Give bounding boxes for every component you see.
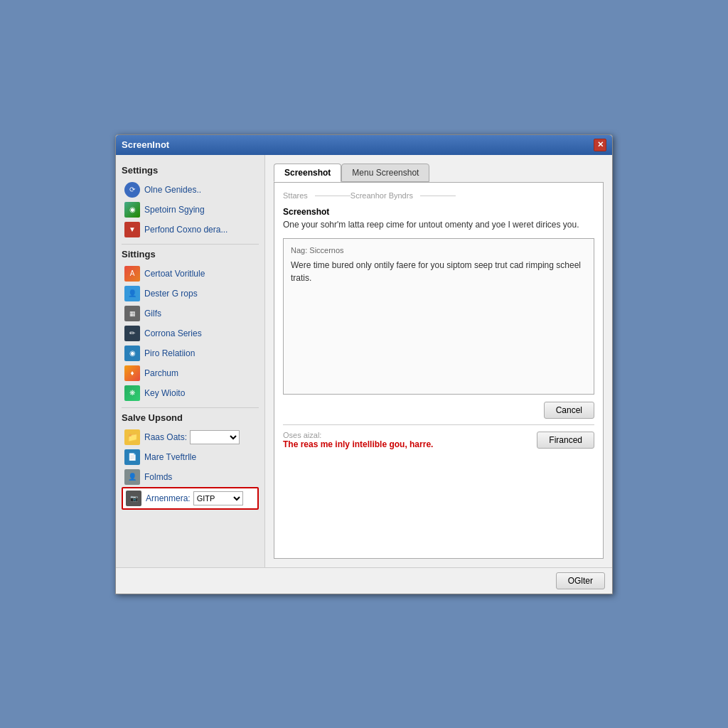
sidebar-item-spetoirn[interactable]: ◉ Spetoirn Sgying xyxy=(122,200,259,220)
divider-2 xyxy=(122,407,259,408)
sidebar-item-piro[interactable]: ◉ Piro Relatiion xyxy=(122,343,259,363)
parchum-icon: ♦ xyxy=(124,365,140,381)
tab-screenshot[interactable]: Screenshot xyxy=(274,164,341,182)
folmds-icon: 👤 xyxy=(124,469,140,485)
corrona-label: Corrona Series xyxy=(144,328,202,338)
section-label-screanhor: Screanhor Byndrs xyxy=(350,191,413,200)
raas-row: Raas Oats: xyxy=(144,430,240,444)
parchum-label: Parchum xyxy=(144,368,178,378)
firanced-button[interactable]: Firanced xyxy=(537,432,594,449)
screenshot-desc: One your sohr'm latta reep cime for unto… xyxy=(283,218,594,231)
content-area: Settings ⟳ Olne Genides.. ◉ Spetoirn Sgy… xyxy=(116,155,612,567)
status-text: The reas me inly intellible gou, harre. xyxy=(283,439,433,449)
spetoirn-icon: ◉ xyxy=(124,202,140,218)
piro-icon: ◉ xyxy=(124,346,140,361)
tab-content-area: Sttares Screanhor Byndrs Screenshot One … xyxy=(274,182,604,559)
sidebar-item-arnenmera[interactable]: 📷 Arnenmera: GITP xyxy=(122,487,259,510)
arnenmera-dropdown[interactable]: GITP xyxy=(193,491,243,505)
close-button[interactable]: ✕ xyxy=(594,139,606,151)
main-panel: Screenshot Menu Screenshot Sttares Screa… xyxy=(265,155,612,567)
sidebar-item-certoat[interactable]: A Certoat Voritlule xyxy=(122,264,259,284)
mare-icon: 📄 xyxy=(124,449,140,465)
raas-label: Raas Oats: xyxy=(144,432,187,442)
arnenmera-icon: 📷 xyxy=(126,491,141,506)
gilfs-label: Gilfs xyxy=(144,309,161,318)
corrona-icon: ✏ xyxy=(124,326,140,341)
mare-label: Mare Tveftrlle xyxy=(144,452,196,462)
sidebar-item-dester[interactable]: 👤 Dester G rops xyxy=(122,284,259,304)
other-button[interactable]: OGlter xyxy=(556,572,605,589)
main-window: ScreenInot ✕ Settings ⟳ Olne Genides.. ◉… xyxy=(115,134,613,594)
folmds-label: Folmds xyxy=(144,472,172,482)
tab-menu-screenshot[interactable]: Menu Screenshot xyxy=(341,164,429,182)
key-icon: ❋ xyxy=(124,385,140,401)
inner-box-text: Were time bured only ontily faere for yo… xyxy=(291,259,587,284)
sidebar-item-olne[interactable]: ⟳ Olne Genides.. xyxy=(122,180,259,200)
sidebar-item-gilfs[interactable]: ▦ Gilfs xyxy=(122,304,259,323)
status-left: Oses aizal: The reas me inly intellible … xyxy=(283,431,433,449)
dester-label: Dester G rops xyxy=(144,289,198,299)
gilfs-icon: ▦ xyxy=(124,306,140,321)
sidebar-item-perfond[interactable]: ▼ Perfond Coxno dera... xyxy=(122,220,259,240)
window-title: ScreenInot xyxy=(122,139,169,150)
raas-dropdown[interactable] xyxy=(190,430,240,444)
titlebar: ScreenInot ✕ xyxy=(116,135,612,155)
sidebar-item-corrona[interactable]: ✏ Corrona Series xyxy=(122,323,259,343)
section-label-sttares: Sttares xyxy=(283,191,308,200)
sidebar-item-mare[interactable]: 📄 Mare Tveftrlle xyxy=(122,447,259,467)
tabs-bar: Screenshot Menu Screenshot xyxy=(274,164,604,182)
status-section-label: Oses aizal: xyxy=(283,431,433,439)
sidebar-item-key[interactable]: ❋ Key Wioito xyxy=(122,383,259,403)
olne-label: Olne Genides.. xyxy=(144,185,201,195)
piro-label: Piro Relatiion xyxy=(144,348,195,358)
cancel-row: Cancel xyxy=(283,402,594,419)
key-label: Key Wioito xyxy=(144,388,185,398)
certoat-label: Certoat Voritlule xyxy=(144,269,205,279)
raas-icon: 📁 xyxy=(124,429,140,445)
sidebar-item-folmds[interactable]: 👤 Folmds xyxy=(122,467,259,487)
dester-icon: 👤 xyxy=(124,286,140,301)
section-headers: Sttares Screanhor Byndrs xyxy=(283,191,594,200)
perfond-label: Perfond Coxno dera... xyxy=(144,225,228,235)
certoat-icon: A xyxy=(124,266,140,282)
sittings-section-title: Sittings xyxy=(122,249,259,259)
settings-section-title: Settings xyxy=(122,165,259,176)
cancel-button[interactable]: Cancel xyxy=(544,402,594,419)
sidebar-item-raas[interactable]: 📁 Raas Oats: xyxy=(122,427,259,447)
perfond-icon: ▼ xyxy=(124,222,140,237)
spetoirn-label: Spetoirn Sgying xyxy=(144,205,205,215)
status-section: Oses aizal: The reas me inly intellible … xyxy=(283,424,594,449)
arnenmera-row: Arnenmera: GITP xyxy=(146,491,243,505)
sidebar-item-parchum[interactable]: ♦ Parchum xyxy=(122,363,259,383)
olne-icon: ⟳ xyxy=(124,182,140,198)
arnenmera-label: Arnenmera: xyxy=(146,493,191,503)
screenshot-title: Screenshot xyxy=(283,207,594,217)
inner-box-header: Nag: Siccernos xyxy=(291,246,587,255)
inner-content-box: Nag: Siccernos Were time bured only onti… xyxy=(283,238,594,395)
sidebar: Settings ⟳ Olne Genides.. ◉ Spetoirn Sgy… xyxy=(116,155,265,567)
window-footer: OGlter xyxy=(116,567,612,594)
salve-section-title: Salve Upsond xyxy=(122,412,259,423)
divider-1 xyxy=(122,244,259,245)
